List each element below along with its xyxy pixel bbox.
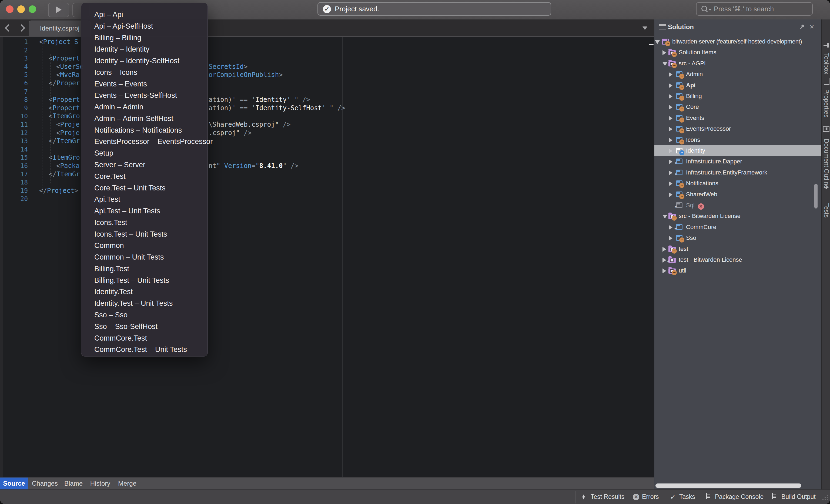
menu-item[interactable]: Admin – Admin-SelfHost [88, 113, 204, 125]
menu-item[interactable]: Billing – Billing [88, 32, 204, 44]
chevron-right-icon[interactable] [669, 159, 672, 164]
menu-item[interactable]: Sso – Sso [88, 309, 204, 321]
navigate-back-icon[interactable] [5, 24, 12, 32]
dock-tab-document-outline[interactable]: Document Outline [822, 139, 830, 190]
dock-tab-properties[interactable]: Properties [822, 89, 830, 119]
menu-item[interactable]: Api – Api-SelfHost [88, 21, 204, 32]
tree-item-sql[interactable]: ✦Sql✕ [655, 200, 821, 211]
bottom-tab-changes[interactable]: Changes [32, 477, 56, 490]
menu-item[interactable]: Api.Test – Unit Tests [88, 205, 204, 217]
chevron-right-icon[interactable] [669, 225, 672, 230]
menu-item[interactable]: Admin – Admin [88, 101, 204, 113]
tree-item-icons[interactable]: ···Icons [655, 135, 821, 145]
menu-item[interactable]: Billing.Test – Unit Tests [88, 275, 204, 286]
editor-scroll-indicator[interactable] [649, 44, 653, 45]
bottom-tab-history[interactable]: History [90, 477, 111, 490]
tree-item-api[interactable]: ···Api [655, 80, 821, 91]
chevron-down-icon[interactable] [663, 215, 667, 219]
tree-item-src-agpl[interactable]: ···src - AGPL [655, 58, 821, 69]
chevron-right-icon[interactable] [663, 258, 666, 263]
horizontal-scrollbar[interactable] [656, 483, 801, 488]
chevron-right-icon[interactable] [669, 127, 672, 132]
menu-item[interactable]: CommCore.Test [88, 333, 204, 344]
menu-item[interactable]: Core.Test [88, 171, 204, 182]
tree-item-solution-items[interactable]: ···Solution Items [655, 47, 821, 58]
chevron-right-icon[interactable] [669, 83, 672, 88]
chevron-right-icon[interactable] [669, 72, 672, 77]
menu-item[interactable]: Icons – Icons [88, 67, 204, 78]
dock-tab-tests[interactable]: Tests [822, 203, 830, 219]
tree-item-notifications[interactable]: ···Notifications [655, 178, 821, 189]
tree-item-src-bitwarden-license[interactable]: ···src - Bitwarden License [655, 211, 821, 222]
menu-item[interactable]: Api.Test [88, 194, 204, 205]
menu-item[interactable]: Common [88, 240, 204, 251]
chevron-right-icon[interactable] [669, 148, 672, 154]
bottom-tab-source[interactable]: Source [0, 477, 28, 490]
menu-item[interactable]: CommCore.Test – Unit Tests [88, 344, 204, 356]
chevron-right-icon[interactable] [669, 170, 672, 175]
menu-item[interactable]: Setup [88, 147, 204, 159]
tree-item-infrastructure-entityframework[interactable]: ✦Infrastructure.EntityFramework [655, 167, 821, 178]
tree-item-core[interactable]: ···Core [655, 102, 821, 112]
menu-item[interactable]: Core.Test – Unit Tests [88, 182, 204, 194]
chevron-down-icon[interactable] [663, 62, 667, 66]
tree-item-events[interactable]: ···Events [655, 113, 821, 124]
tree-item-eventsprocessor[interactable]: ···EventsProcessor [655, 124, 821, 134]
chevron-right-icon[interactable] [669, 192, 672, 197]
menu-item[interactable]: Notifications – Notifications [88, 125, 204, 136]
chevron-right-icon[interactable] [669, 236, 672, 241]
menu-item[interactable]: Identity – Identity [88, 43, 204, 55]
navigate-forward-icon[interactable] [18, 24, 25, 32]
menu-item[interactable]: Events – Events [88, 78, 204, 90]
menu-item[interactable]: Events – Events-SelfHost [88, 90, 204, 101]
tree-item-identity[interactable]: ···Identity [655, 145, 821, 156]
tree-item-bitwarden-server-feature-self-hosted-development[interactable]: ···bitwarden-server (feature/self-hosted… [655, 36, 821, 47]
menu-item[interactable]: Identity.Test – Unit Tests [88, 298, 204, 309]
menu-item[interactable]: Common – Unit Tests [88, 251, 204, 263]
menu-item[interactable]: Billing.Test [88, 263, 204, 275]
chevron-right-icon[interactable] [669, 94, 672, 99]
tab-overflow-icon[interactable] [642, 27, 647, 30]
menu-item[interactable]: Server – Server [88, 159, 204, 171]
global-search-input[interactable]: Press '⌘.' to search [696, 2, 813, 16]
close-window-button[interactable] [6, 5, 13, 13]
dock-tab-toolbox[interactable]: Toolbox [822, 53, 830, 75]
menu-item[interactable]: EventsProcessor – EventsProcessor [88, 136, 204, 147]
menu-item[interactable]: Icons.Test [88, 217, 204, 229]
menu-item[interactable]: Icons.Test – Unit Tests [88, 229, 204, 240]
status-button-build-output[interactable]: Build Output [772, 490, 773, 504]
resize-grip-icon[interactable] [822, 495, 828, 501]
hammer-icon [823, 42, 829, 48]
tree-item-admin[interactable]: ···Admin [655, 69, 821, 80]
tree-item-sharedweb[interactable]: ···SharedWeb [655, 189, 821, 200]
tree-item-test-bitwarden-license[interactable]: ✦test - Bitwarden License [655, 255, 821, 265]
bottom-tab-blame[interactable]: Blame [64, 477, 83, 490]
chevron-right-icon[interactable] [663, 50, 666, 55]
status-button-package-console[interactable]: Package Console [706, 490, 707, 504]
tree-item-sso[interactable]: ···Sso [655, 233, 821, 243]
vertical-scrollbar[interactable] [814, 184, 818, 208]
pin-icon[interactable] [798, 23, 806, 31]
tree-item-util[interactable]: ···util [655, 265, 821, 276]
chevron-right-icon[interactable] [669, 138, 672, 143]
menu-item[interactable]: Api – Api [88, 9, 204, 21]
close-icon[interactable]: ✕ [808, 20, 816, 35]
chevron-right-icon[interactable] [663, 247, 666, 252]
chevron-down-icon[interactable] [655, 40, 660, 44]
run-button[interactable] [48, 3, 69, 17]
chevron-right-icon[interactable] [669, 116, 672, 121]
zoom-window-button[interactable] [29, 5, 36, 13]
tree-item-test[interactable]: ···test [655, 244, 821, 255]
menu-item[interactable]: Identity – Identity-SelfHost [88, 55, 204, 67]
chevron-right-icon[interactable] [669, 105, 672, 110]
tree-item-infrastructure-dapper[interactable]: ✦Infrastructure.Dapper [655, 156, 821, 167]
tree-item-commcore[interactable]: ✦CommCore [655, 222, 821, 233]
tree-item-billing[interactable]: ···Billing [655, 91, 821, 102]
tree-item-label: Admin [686, 69, 703, 80]
menu-item[interactable]: Sso – Sso-SelfHost [88, 321, 204, 333]
menu-item[interactable]: Identity.Test [88, 286, 204, 298]
chevron-right-icon[interactable] [663, 268, 666, 273]
minimize-window-button[interactable] [17, 5, 25, 13]
bottom-tab-merge[interactable]: Merge [118, 477, 137, 490]
chevron-right-icon[interactable] [669, 181, 672, 186]
